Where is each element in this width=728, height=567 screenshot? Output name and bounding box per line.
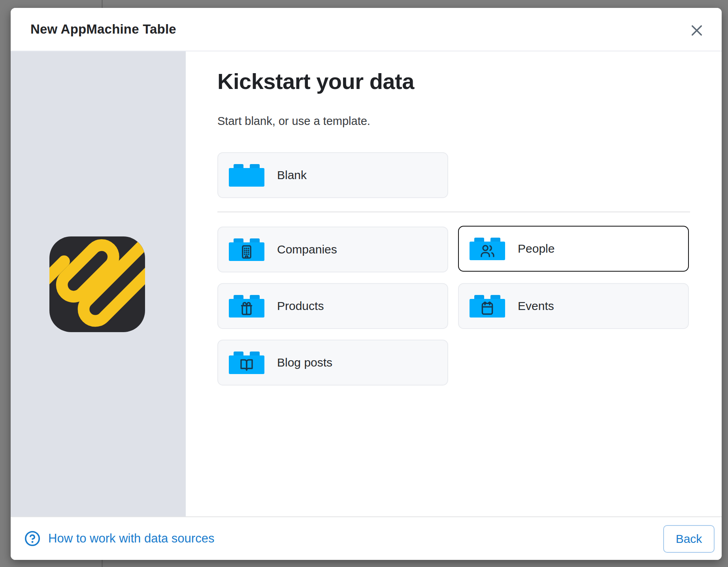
calendar-brick-icon [470,295,505,318]
template-card-companies[interactable]: Companies [217,227,448,272]
gift-brick-icon [229,295,264,318]
template-label: Blog posts [277,356,332,369]
help-link-label: How to work with data sources [48,531,214,546]
screen: New AppMachine Table [0,0,728,567]
template-card-people[interactable]: People [458,226,689,272]
template-label: Blank [277,168,307,182]
page-title: Kickstart your data [217,68,414,94]
back-button[interactable]: Back [663,525,715,553]
x-icon [689,23,705,38]
dialog-title: New AppMachine Table [30,8,176,51]
template-label: Events [518,299,554,313]
dialog-sidebar [11,51,186,516]
appmachine-logo-icon [49,236,145,332]
brick-icon [229,164,264,187]
dialog-header: New AppMachine Table [11,8,722,51]
question-circle-icon [24,530,41,547]
template-label: Products [277,299,324,313]
template-card-products[interactable]: Products [217,283,448,329]
open-book-brick-icon [229,351,264,374]
dialog-footer: How to work with data sources Back [11,516,722,560]
template-card-events[interactable]: Events [458,283,689,329]
template-card-blog-posts[interactable]: Blog posts [217,340,448,386]
building-brick-icon [229,238,264,261]
template-label: Companies [277,243,337,256]
people-brick-icon [470,237,505,260]
page-subtitle: Start blank, or use a template. [217,115,370,128]
close-button[interactable] [687,21,706,40]
backdrop-seam [102,0,103,8]
divider [217,212,690,212]
template-card-blank[interactable]: Blank [217,152,448,198]
template-label: People [518,242,554,255]
help-link[interactable]: How to work with data sources [24,517,214,560]
backdrop-seam [102,560,103,567]
new-table-dialog: New AppMachine Table [11,8,722,560]
